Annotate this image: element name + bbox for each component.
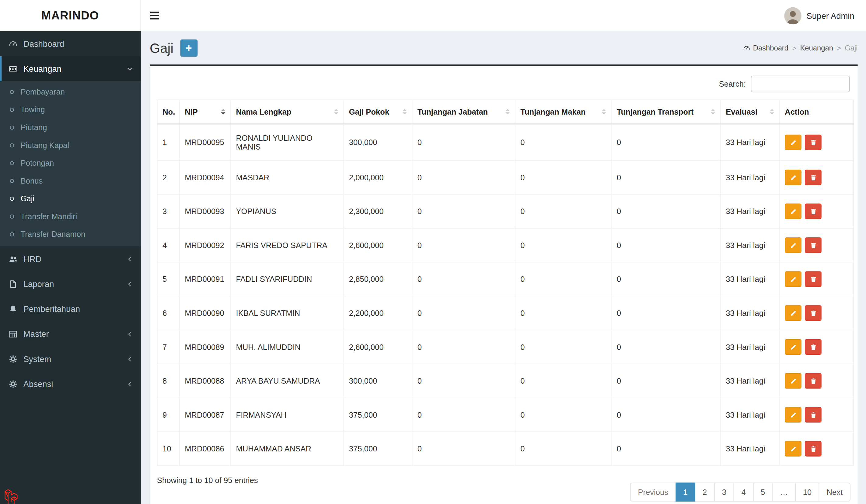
- sidebar-link-pemberitahuan[interactable]: Pemberitahuan: [0, 296, 141, 321]
- column-header-gaji-pokok[interactable]: Gaji Pokok: [344, 100, 412, 124]
- sidebar-link-hrd[interactable]: HRD: [0, 246, 141, 271]
- circle-icon: [9, 213, 15, 219]
- table-row: 9MRD00087FIRMANSYAH375,00000033 Hari lag…: [157, 398, 854, 432]
- sidebar-item-label: Master: [23, 329, 49, 339]
- cell-no: 3: [157, 194, 179, 228]
- circle-icon: [9, 231, 15, 237]
- sidebar-link-laporan[interactable]: Laporan: [0, 272, 141, 296]
- edit-button[interactable]: [785, 135, 801, 150]
- delete-button[interactable]: [805, 339, 822, 355]
- column-header-nip[interactable]: NIP: [179, 100, 231, 124]
- pagination-page-2[interactable]: 2: [695, 483, 715, 502]
- search-label: Search:: [719, 80, 746, 89]
- edit-button[interactable]: [785, 339, 801, 355]
- sidebar-link-system[interactable]: System: [0, 346, 141, 371]
- sidebar-item-label: Laporan: [23, 279, 54, 288]
- edit-button[interactable]: [785, 407, 801, 423]
- pagination-page-4[interactable]: 4: [734, 483, 753, 502]
- cell-nama-lengkap: RONALDI YULIANDO MANIS: [231, 124, 344, 160]
- cell-evaluasi: 33 Hari lagi: [721, 124, 780, 160]
- sidebar-link-absensi[interactable]: Absensi: [0, 371, 141, 397]
- breadcrumb-item-keuangan[interactable]: Keuangan: [800, 44, 833, 52]
- sidebar-sublink-transfer-danamon[interactable]: Transfer Danamon: [0, 225, 141, 243]
- sidebar-subitem-label: Potongan: [21, 158, 54, 167]
- table-row: 5MRD00091FADLI SYARIFUDDIN2,850,00000033…: [157, 262, 854, 296]
- delete-button[interactable]: [805, 272, 822, 287]
- column-header-tunjangan-transport[interactable]: Tunjangan Transport: [611, 100, 721, 124]
- sidebar-sublink-towing[interactable]: Towing: [0, 101, 141, 118]
- trash-icon: [809, 242, 817, 249]
- delete-button[interactable]: [805, 170, 822, 185]
- cell-nip: MRD00087: [179, 398, 231, 432]
- search-input[interactable]: [751, 76, 850, 92]
- edit-button[interactable]: [785, 441, 801, 456]
- sort-icon: [506, 109, 510, 115]
- edit-button[interactable]: [785, 238, 801, 253]
- pagination-next[interactable]: Next: [819, 483, 851, 502]
- delete-button[interactable]: [805, 373, 822, 389]
- column-header-tunjangan-jabatan[interactable]: Tunjangan Jabatan: [412, 100, 515, 124]
- cell-tunjangan-transport: 0: [611, 364, 721, 398]
- breadcrumb-label: Dashboard: [753, 44, 788, 52]
- sidebar-link-master[interactable]: Master: [0, 321, 141, 346]
- cell-tunjangan-makan: 0: [515, 124, 611, 160]
- pencil-icon: [790, 174, 797, 181]
- cell-gaji-pokok: 375,000: [344, 398, 412, 432]
- pagination-page-3[interactable]: 3: [714, 483, 734, 502]
- sidebar-sublink-piutang-kapal[interactable]: Piutang Kapal: [0, 136, 141, 154]
- delete-button[interactable]: [805, 441, 822, 456]
- delete-button[interactable]: [805, 407, 822, 423]
- pagination-page-10[interactable]: 10: [795, 483, 820, 502]
- edit-button[interactable]: [785, 272, 801, 287]
- cell-gaji-pokok: 2,600,000: [344, 228, 412, 262]
- cell-action: [780, 432, 854, 466]
- cell-gaji-pokok: 2,600,000: [344, 330, 412, 364]
- cell-action: [780, 160, 854, 195]
- add-button[interactable]: +: [180, 39, 198, 57]
- bell-icon: [8, 304, 18, 313]
- cell-evaluasi: 33 Hari lagi: [721, 398, 780, 432]
- pencil-icon: [790, 242, 797, 249]
- sidebar-link-keuangan[interactable]: Keuangan: [0, 56, 141, 81]
- edit-button[interactable]: [785, 305, 801, 321]
- sidebar-item-hrd: HRD: [0, 246, 141, 271]
- delete-button[interactable]: [805, 203, 822, 219]
- sidebar-link-dashboard[interactable]: Dashboard: [0, 31, 141, 56]
- sidebar-sublink-bonus[interactable]: Bonus: [0, 172, 141, 190]
- gaji-table-card: Search: No.NIPNama LengkapGaji PokokTunj…: [150, 65, 858, 504]
- table-row: 7MRD00089MUH. ALIMUDDIN2,600,00000033 Ha…: [157, 330, 854, 364]
- column-header-evaluasi[interactable]: Evaluasi: [721, 100, 780, 124]
- column-header-tunjangan-makan[interactable]: Tunjangan Makan: [515, 100, 611, 124]
- brand-logo[interactable]: MARINDO: [0, 0, 141, 31]
- pagination-page-5[interactable]: 5: [753, 483, 773, 502]
- column-label: Action: [785, 107, 809, 116]
- sidebar-sublink-transfer-mandiri[interactable]: Transfer Mandiri: [0, 207, 141, 225]
- delete-button[interactable]: [805, 135, 822, 150]
- user-menu[interactable]: Super Admin: [784, 7, 866, 24]
- sidebar-sublink-gaji[interactable]: Gaji: [0, 190, 141, 208]
- column-header-nama-lengkap[interactable]: Nama Lengkap: [231, 100, 344, 124]
- cell-evaluasi: 33 Hari lagi: [721, 228, 780, 262]
- cell-tunjangan-makan: 0: [515, 296, 611, 330]
- page-title: Gaji: [150, 40, 174, 57]
- delete-button[interactable]: [805, 305, 822, 321]
- sidebar-sublink-piutang[interactable]: Piutang: [0, 118, 141, 137]
- delete-button[interactable]: [805, 238, 822, 253]
- edit-button[interactable]: [785, 373, 801, 389]
- edit-button[interactable]: [785, 203, 801, 219]
- cell-nama-lengkap: FIRMANSYAH: [231, 398, 344, 432]
- cell-no: 7: [157, 330, 179, 364]
- sidebar-item-laporan: Laporan: [0, 272, 141, 296]
- pagination-page-1[interactable]: 1: [676, 483, 695, 502]
- sidebar-sublink-pembayaran[interactable]: Pembayaran: [0, 83, 141, 101]
- cell-tunjangan-jabatan: 0: [412, 364, 515, 398]
- circle-icon: [9, 160, 15, 166]
- sidebar-sublink-potongan[interactable]: Potongan: [0, 154, 141, 172]
- cell-tunjangan-transport: 0: [611, 228, 721, 262]
- edit-button[interactable]: [785, 170, 801, 185]
- column-label: Tunjangan Jabatan: [418, 107, 488, 116]
- breadcrumb-item-dashboard[interactable]: Dashboard: [743, 44, 788, 52]
- sidebar-toggle-button[interactable]: [141, 0, 169, 31]
- cell-tunjangan-makan: 0: [515, 398, 611, 432]
- cell-tunjangan-makan: 0: [515, 262, 611, 296]
